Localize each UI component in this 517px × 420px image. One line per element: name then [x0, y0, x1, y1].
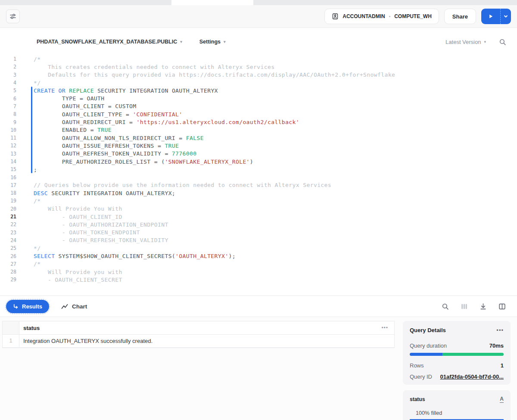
code-line[interactable]: 14 PRE_AUTHORIZED_ROLES_LIST = ('SNOWFLA…: [0, 158, 517, 165]
code-line[interactable]: 20 Will Provide You With: [0, 205, 517, 213]
code-line[interactable]: 6 TYPE = OAUTH: [0, 94, 517, 102]
code-text: PRE_AUTHORIZED_ROLES_LIST = ('SNOWFLAKE_…: [34, 159, 253, 165]
code-line[interactable]: 12 OAUTH_ISSUE_REFRESH_TOKENS = TRUE: [0, 142, 517, 149]
chart-tab-label: Chart: [72, 303, 87, 310]
column-menu-button[interactable]: •••: [379, 324, 394, 331]
code-line[interactable]: 18DESC SECURITY INTEGRATION OAUTH_ALTERY…: [0, 189, 517, 197]
tab-results[interactable]: Results: [6, 300, 49, 313]
code-line[interactable]: 28 Will Provide you with: [0, 268, 517, 276]
query-duration-value: 70ms: [489, 342, 504, 349]
code-text: /*: [34, 56, 40, 62]
line-number: 21: [0, 214, 16, 220]
line-number: 19: [0, 198, 16, 204]
duration-progress-bar: [410, 353, 504, 356]
query-id-link[interactable]: 01af2fda-0504-bf7d-00...: [440, 373, 504, 380]
text-type-icon[interactable]: A: [500, 396, 504, 403]
code-line[interactable]: 1/*: [0, 55, 517, 63]
share-button[interactable]: Share: [444, 9, 476, 24]
download-icon: [480, 303, 487, 310]
code-line[interactable]: 10 ENABLED = TRUE: [0, 126, 517, 134]
code-text: ENABLED = TRUE: [34, 127, 112, 133]
code-line[interactable]: 11 OAUTH_ALLOW_NON_TLS_REDIRECT_URI = FA…: [0, 134, 517, 142]
code-text: - OAUTH_REFRESH_TOKEN_VALIDITY: [34, 237, 168, 243]
code-line[interactable]: 29 - OAUTH_CLIENT_SECRET: [0, 276, 517, 283]
line-number: 12: [0, 143, 16, 149]
code-line[interactable]: 15;: [0, 165, 517, 173]
code-line[interactable]: 9 OAUTH_REDIRECT_URI = 'https://us1.alte…: [0, 118, 517, 126]
role-badge-icon: [332, 13, 339, 20]
active-tab-notch: [171, 0, 253, 5]
stat-filled-label: 100% filled: [416, 410, 504, 416]
line-number: 14: [0, 159, 16, 165]
code-text: - OAUTH_TOKEN_ENDPOINT: [34, 229, 140, 236]
code-text: // Queries below provide use the informa…: [34, 182, 331, 188]
column-header-status[interactable]: status •••: [19, 321, 394, 334]
version-selector[interactable]: Latest Version ▾: [445, 39, 486, 45]
code-line[interactable]: 21 - OAUTH_CLIENT_ID: [0, 213, 517, 221]
snowsight-worksheet: { "icons": { "caret": "▾", "dots": "•••"…: [0, 0, 517, 420]
tab-chart[interactable]: Chart: [61, 303, 87, 310]
code-line[interactable]: 19/*: [0, 197, 517, 205]
search-results-button[interactable]: [442, 303, 449, 310]
worksheet-filters-button[interactable]: [6, 9, 20, 23]
download-results-button[interactable]: [480, 303, 487, 310]
run-options-button[interactable]: [500, 9, 511, 24]
code-text: OAUTH_CLIENT_TYPE = 'CONFIDENTIAL': [34, 111, 183, 118]
code-line[interactable]: 5CREATE OR REPLACE SECURITY INTEGRATION …: [0, 87, 517, 94]
code-line[interactable]: 13 OAUTH_REFRESH_TOKEN_VALIDITY = 777600…: [0, 150, 517, 158]
code-text: TYPE = OAUTH: [34, 95, 105, 102]
code-line[interactable]: 3 Defaults for this query provided via h…: [0, 71, 517, 79]
code-text: */: [34, 80, 40, 86]
code-line[interactable]: 7 OAUTH_CLIENT = CUSTOM: [0, 103, 517, 110]
code-text: OAUTH_CLIENT = CUSTOM: [34, 103, 137, 109]
version-label: Latest Version: [445, 39, 481, 45]
line-number: 9: [0, 119, 16, 125]
table-row[interactable]: 1Integration OAUTH_ALTERYX successfully …: [3, 335, 394, 348]
code-line[interactable]: 22 - OAUTH_AUTHORIZATION_ENDPOINT: [0, 221, 517, 228]
caret-down-icon: ▾: [224, 40, 226, 44]
run-button[interactable]: [481, 9, 500, 24]
database-schema-selector[interactable]: PHDATA_SNOWFLAKE_ALTERYX_DATABASE.PUBLIC…: [37, 39, 182, 45]
code-line[interactable]: 23 - OAUTH_TOKEN_ENDPOINT: [0, 229, 517, 236]
line-number: 2: [0, 64, 16, 70]
context-selector[interactable]: ACCOUNTADMIN • COMPUTE_WH: [324, 9, 439, 24]
line-number: 11: [0, 135, 16, 141]
code-line[interactable]: 2 This creates credentials needed to con…: [0, 63, 517, 71]
code-line[interactable]: 16: [0, 173, 517, 181]
query-id-label: Query ID: [410, 373, 432, 380]
row-number: 1: [3, 335, 19, 347]
code-line[interactable]: 27/*: [0, 260, 517, 268]
code-text: Will Provide You With: [34, 205, 122, 212]
code-line[interactable]: 4*/: [0, 79, 517, 87]
columns-button[interactable]: [461, 303, 468, 310]
results-tab-label: Results: [22, 303, 42, 310]
code-text: OAUTH_REDIRECT_URI = 'https://us1.altery…: [34, 119, 299, 125]
code-line[interactable]: 8 OAUTH_CLIENT_TYPE = 'CONFIDENTIAL': [0, 110, 517, 118]
line-number: 27: [0, 261, 16, 267]
details-sidebar: Query Details ••• Query duration 70ms Ro…: [403, 321, 511, 420]
code-line[interactable]: 26SELECT SYSTEM$SHOW_OAUTH_CLIENT_SECRET…: [0, 252, 517, 260]
line-number: 20: [0, 206, 16, 212]
split-panel-button[interactable]: [498, 303, 506, 310]
context-role: ACCOUNTADMIN: [343, 13, 385, 19]
code-line[interactable]: 17// Queries below provide use the infor…: [0, 181, 517, 189]
caret-down-icon: ▾: [484, 40, 486, 44]
settings-dropdown[interactable]: Settings ▾: [199, 39, 226, 45]
row-status-value: Integration OAUTH_ALTERYX successfully c…: [19, 335, 153, 347]
database-selector-label: PHDATA_SNOWFLAKE_ALTERYX_DATABASE.PUBLIC: [37, 39, 177, 45]
code-text: Defaults for this query provided via htt…: [34, 72, 395, 78]
query-details-menu-button[interactable]: •••: [496, 327, 504, 333]
sql-editor-panel: PHDATA_SNOWFLAKE_ALTERYX_DATABASE.PUBLIC…: [0, 28, 517, 296]
code-editor[interactable]: 1/*2 This creates credentials needed to …: [0, 55, 517, 284]
line-number: 28: [0, 269, 16, 275]
worksheet-toolbar: ACCOUNTADMIN • COMPUTE_WH Share: [0, 5, 517, 28]
code-line[interactable]: 24 - OAUTH_REFRESH_TOKEN_VALIDITY: [0, 236, 517, 244]
results-actions: [442, 303, 511, 310]
code-text: OAUTH_REFRESH_TOKEN_VALIDITY = 7776000: [34, 150, 196, 157]
code-line[interactable]: 25*/: [0, 244, 517, 252]
line-number: 3: [0, 72, 16, 78]
line-number: 23: [0, 230, 16, 236]
line-number: 29: [0, 277, 16, 283]
results-arrow-icon: [13, 304, 19, 309]
editor-search-button[interactable]: [499, 38, 506, 46]
